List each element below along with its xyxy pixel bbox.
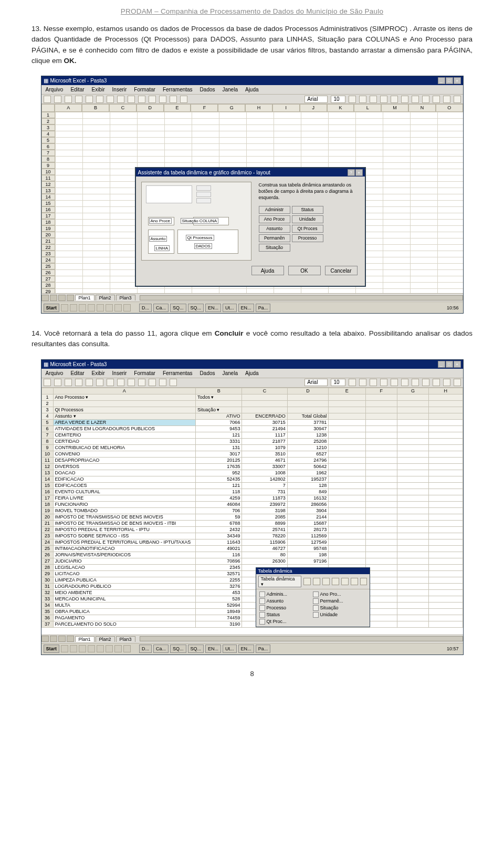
tab-nav-prev-icon[interactable] [50, 636, 57, 642]
row-header[interactable]: 4 [41, 131, 55, 137]
align-left-icon[interactable] [380, 96, 387, 103]
palette-field[interactable]: Status [259, 612, 310, 618]
taskbar-item[interactable]: Ut... [223, 304, 237, 312]
row-header[interactable]: 22 [41, 526, 53, 533]
row-header[interactable]: 5 [41, 137, 55, 143]
row-header[interactable]: 11 [41, 175, 55, 181]
font-color-icon[interactable] [454, 96, 461, 103]
drop-zone-data[interactable] [177, 230, 238, 254]
row-header[interactable]: 21 [41, 520, 53, 526]
field-button[interactable]: Permanên [259, 234, 290, 242]
currency-icon[interactable] [422, 96, 429, 103]
align-right-icon[interactable] [401, 96, 408, 103]
pivot-format-icon[interactable] [303, 578, 311, 585]
quick-launch-icon[interactable] [61, 645, 68, 652]
borders-icon[interactable] [433, 96, 440, 103]
pivot-cell[interactable]: IMPOSTO DE TRANSMISSAO DE BENS IMOVEIS [53, 514, 195, 520]
pivot-cell[interactable]: 7066 [195, 419, 242, 425]
col-header[interactable]: K [327, 104, 354, 112]
col-header[interactable]: D [136, 104, 164, 112]
menu-item[interactable]: Arquivo [44, 87, 66, 92]
pivot-cell[interactable]: 30715 [242, 419, 287, 425]
font-size[interactable]: 10 [331, 379, 345, 386]
close-button[interactable]: × [454, 77, 461, 84]
palette-title[interactable]: Tabela dinâmica [256, 568, 370, 574]
quick-launch-icon[interactable] [123, 645, 131, 652]
pivot-cell[interactable]: 7 [242, 482, 287, 489]
pivot-cell[interactable] [287, 394, 328, 400]
pivot-cell[interactable]: 11873 [242, 495, 287, 501]
menu-item[interactable]: Formatar [132, 370, 158, 376]
cut-icon[interactable] [86, 379, 93, 386]
align-center-icon[interactable] [391, 96, 398, 103]
col-header[interactable]: O [436, 104, 463, 112]
row-header[interactable]: 11 [41, 457, 53, 463]
pivot-cell[interactable]: 52435 [195, 476, 242, 482]
fill-color-icon[interactable] [443, 379, 450, 386]
sort-asc-icon[interactable] [149, 379, 156, 386]
pivot-cell[interactable]: 21494 [242, 425, 287, 432]
palette-field[interactable]: Ano Pro... [313, 591, 363, 597]
col-header[interactable]: B [195, 388, 242, 394]
tab-nav-first-icon[interactable] [41, 295, 49, 301]
taskbar-item[interactable]: SQ... [170, 645, 186, 653]
align-center-icon[interactable] [391, 379, 398, 386]
pivot-cell[interactable]: MEIO AMBIENTE [53, 589, 195, 596]
quick-launch-icon[interactable] [88, 645, 95, 652]
pivot-cell[interactable]: 17635 [195, 463, 242, 470]
merge-icon[interactable] [412, 379, 419, 386]
field-button[interactable]: Processo [292, 234, 323, 242]
col-header[interactable]: A [55, 104, 82, 112]
col-header[interactable]: G [397, 388, 428, 394]
pivot-cell[interactable]: 21877 [242, 438, 287, 444]
row-header[interactable]: 27 [41, 558, 53, 564]
pivot-cell[interactable]: 78220 [242, 533, 287, 539]
col-header[interactable]: H [429, 388, 463, 394]
tab-nav-last-icon[interactable] [67, 636, 74, 642]
col-header[interactable]: D [287, 388, 328, 394]
row-header[interactable]: 6 [41, 425, 53, 432]
pivot-chart-icon[interactable] [313, 578, 320, 585]
pivot-cell[interactable]: 3904 [287, 507, 328, 514]
pivot-cell[interactable]: JUDICIARIO [53, 558, 195, 564]
pivot-cell[interactable]: Assunto ▾ [53, 413, 195, 419]
pivot-cell[interactable]: 24796 [287, 457, 328, 463]
taskbar-item[interactable]: SQ... [188, 304, 204, 312]
pivot-cell[interactable]: EDIFICACOES [53, 482, 195, 489]
sheet-tab[interactable]: Plan3 [116, 636, 135, 642]
pivot-cell[interactable]: Todos ▾ [195, 394, 242, 400]
tab-nav-prev-icon[interactable] [50, 295, 57, 301]
pivot-cell[interactable]: AREA VERDE E LAZER [53, 419, 195, 425]
dropdown-icon[interactable]: ▾ [74, 413, 76, 419]
pivot-cell[interactable]: 239972 [242, 501, 287, 507]
taskbar-item[interactable]: D... [139, 304, 152, 312]
pivot-cell[interactable]: CEMITERIO [53, 432, 195, 438]
pivot-cell[interactable]: PARCELAMENTO DO SOLO [53, 621, 195, 627]
palette-field[interactable]: Processo [259, 605, 310, 611]
pivot-cell[interactable]: IMPOSTOS PREDIAL E TERRITORIAL URBANO - … [53, 539, 195, 545]
print-icon[interactable] [75, 379, 82, 386]
quick-launch-icon[interactable] [106, 304, 113, 312]
pivot-cell[interactable]: Situação ▾ [195, 407, 242, 413]
pivot-wizard-icon[interactable] [322, 578, 330, 585]
pivot-cell[interactable]: 3190 [195, 621, 242, 627]
menu-item[interactable]: Janela [220, 370, 240, 376]
pivot-cell[interactable]: 2345 [195, 564, 242, 570]
pivot-showfields-icon[interactable] [360, 578, 368, 585]
pivot-cell[interactable]: 1210 [287, 444, 328, 451]
col-header[interactable]: B [82, 104, 109, 112]
row-header[interactable]: 34 [41, 602, 53, 608]
row-header[interactable]: 2 [41, 400, 53, 407]
row-header[interactable]: 30 [41, 577, 53, 583]
pivot-cell[interactable]: 52994 [195, 602, 242, 608]
row-header[interactable]: 22 [41, 244, 55, 251]
pivot-cell[interactable]: 195237 [287, 476, 328, 482]
pivot-cell[interactable]: CONVENIO [53, 451, 195, 457]
quick-launch-icon[interactable] [114, 304, 122, 312]
paste-icon[interactable] [117, 96, 124, 103]
row-header[interactable]: 3 [41, 407, 53, 413]
col-header[interactable]: F [191, 104, 218, 112]
menu-item[interactable]: Exibir [90, 370, 107, 376]
pivot-cell[interactable]: 1238 [287, 432, 328, 438]
pivot-toolbar-palette[interactable]: Tabela dinâmica Tabela dinâmica ▾ Admini… [256, 567, 370, 627]
